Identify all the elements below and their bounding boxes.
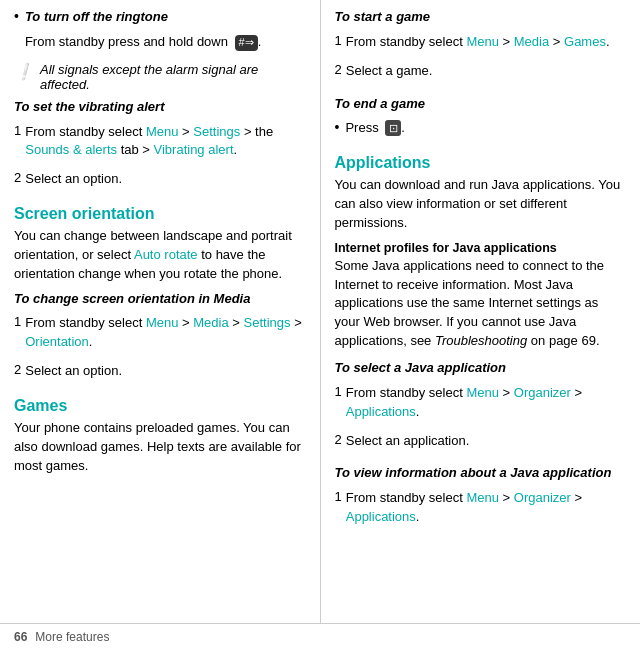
select-java-step2: 2 Select an application.	[335, 432, 627, 457]
page-number: 66	[14, 630, 27, 644]
change-screen-heading: To change screen orientation in Media	[14, 290, 306, 309]
warning-icon: ❕	[14, 62, 34, 81]
change-screen-step1: 1 From standby select Menu > Media > Set…	[14, 314, 306, 358]
ringtone-key-icon: #⇒	[235, 35, 258, 51]
vibrating-heading: To set the vibrating alert	[14, 98, 306, 117]
right-column: To start a game 1 From standby select Me…	[321, 0, 641, 623]
end-game-key-icon: ⊡	[385, 120, 401, 136]
ringtone-content: To turn off the ringtone From standby pr…	[25, 8, 261, 58]
troubleshooting-ref: Troubleshooting	[435, 333, 527, 348]
games-heading: Games	[14, 397, 306, 415]
ringtone-step: From standby press and hold down #⇒.	[25, 33, 261, 52]
applications-heading: Applications	[335, 154, 627, 172]
left-column: • To turn off the ringtone From standby …	[0, 0, 320, 623]
select-java-heading: To select a Java application	[335, 359, 627, 378]
start-game-step2: 2 Select a game.	[335, 62, 627, 87]
view-java-heading: To view information about a Java applica…	[335, 464, 627, 483]
end-game-bullet: • Press ⊡.	[335, 119, 627, 144]
screen-orientation-body: You can change between landscape and por…	[14, 227, 306, 284]
ringtone-section: • To turn off the ringtone From standby …	[14, 8, 306, 58]
ringtone-heading: To turn off the ringtone	[25, 8, 261, 27]
start-game-heading: To start a game	[335, 8, 627, 27]
internet-profiles-body: Some Java applications need to connect t…	[335, 257, 627, 351]
select-java-step1: 1 From standby select Menu > Organizer >…	[335, 384, 627, 428]
warning-block: ❕ All signals except the alarm signal ar…	[14, 62, 306, 92]
change-screen-step2: 2 Select an option.	[14, 362, 306, 387]
screen-orientation-heading: Screen orientation	[14, 205, 306, 223]
view-java-step1: 1 From standby select Menu > Organizer >…	[335, 489, 627, 533]
warning-text: All signals except the alarm signal are …	[40, 62, 306, 92]
page-footer: 66 More features	[0, 623, 640, 650]
games-body: Your phone contains preloaded games. You…	[14, 419, 306, 476]
end-game-bullet-icon: •	[335, 119, 340, 135]
end-game-heading: To end a game	[335, 95, 627, 114]
vibrating-step1: 1 From standby select Menu > Settings > …	[14, 123, 306, 167]
footer-label: More features	[35, 630, 109, 644]
vibrating-step2: 2 Select an option.	[14, 170, 306, 195]
start-game-step1: 1 From standby select Menu > Media > Gam…	[335, 33, 627, 58]
content-area: • To turn off the ringtone From standby …	[0, 0, 640, 623]
applications-body: You can download and run Java applicatio…	[335, 176, 627, 233]
internet-profiles-heading: Internet profiles for Java applications	[335, 241, 627, 255]
page-wrapper: • To turn off the ringtone From standby …	[0, 0, 640, 650]
bullet-icon: •	[14, 8, 19, 24]
